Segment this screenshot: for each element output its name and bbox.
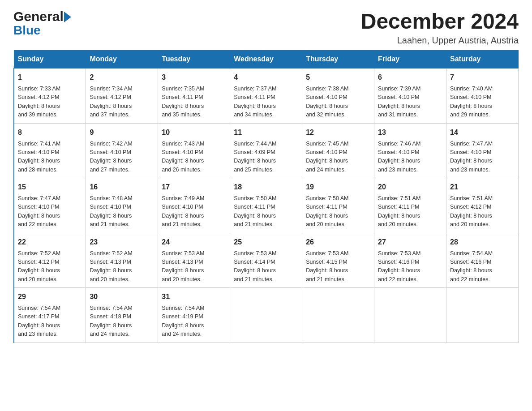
day-info: Sunrise: 7:53 AM Sunset: 4:14 PM Dayligh… (234, 249, 298, 284)
calendar-day-cell: 26Sunrise: 7:53 AM Sunset: 4:15 PM Dayli… (302, 233, 374, 288)
day-info: Sunrise: 7:54 AM Sunset: 4:19 PM Dayligh… (162, 304, 226, 339)
day-number: 2 (90, 72, 154, 83)
calendar-day-cell: 13Sunrise: 7:46 AM Sunset: 4:10 PM Dayli… (374, 123, 446, 178)
calendar-day-cell: 18Sunrise: 7:50 AM Sunset: 4:11 PM Dayli… (230, 178, 302, 233)
day-info: Sunrise: 7:48 AM Sunset: 4:10 PM Dayligh… (90, 194, 154, 229)
calendar-day-cell: 22Sunrise: 7:52 AM Sunset: 4:12 PM Dayli… (14, 233, 86, 288)
day-number: 15 (18, 182, 82, 193)
day-info: Sunrise: 7:49 AM Sunset: 4:10 PM Dayligh… (162, 194, 226, 229)
logo-chevron-icon (64, 12, 71, 22)
day-info: Sunrise: 7:54 AM Sunset: 4:17 PM Dayligh… (18, 304, 82, 339)
weekday-header-thursday: Thursday (302, 51, 374, 68)
calendar-day-cell: 21Sunrise: 7:51 AM Sunset: 4:12 PM Dayli… (446, 178, 519, 233)
day-info: Sunrise: 7:35 AM Sunset: 4:11 PM Dayligh… (162, 85, 226, 120)
calendar-day-cell: 25Sunrise: 7:53 AM Sunset: 4:14 PM Dayli… (230, 233, 302, 288)
calendar-table: SundayMondayTuesdayWednesdayThursdayFrid… (13, 50, 519, 343)
calendar-week-row: 1Sunrise: 7:33 AM Sunset: 4:12 PM Daylig… (14, 68, 519, 123)
day-number: 5 (306, 72, 370, 83)
calendar-day-cell: 17Sunrise: 7:49 AM Sunset: 4:10 PM Dayli… (158, 178, 230, 233)
day-number: 28 (450, 237, 515, 248)
weekday-header-wednesday: Wednesday (230, 51, 302, 68)
day-info: Sunrise: 7:38 AM Sunset: 4:10 PM Dayligh… (306, 85, 370, 120)
day-number: 29 (18, 291, 82, 302)
calendar-empty-cell (446, 288, 519, 343)
day-number: 12 (306, 127, 370, 138)
day-number: 1 (18, 72, 82, 83)
calendar-week-row: 22Sunrise: 7:52 AM Sunset: 4:12 PM Dayli… (14, 233, 519, 288)
calendar-day-cell: 8Sunrise: 7:41 AM Sunset: 4:10 PM Daylig… (14, 123, 86, 178)
day-number: 3 (162, 72, 226, 83)
calendar-day-cell: 20Sunrise: 7:51 AM Sunset: 4:11 PM Dayli… (374, 178, 446, 233)
calendar-day-cell: 5Sunrise: 7:38 AM Sunset: 4:10 PM Daylig… (302, 68, 374, 123)
calendar-day-cell: 15Sunrise: 7:47 AM Sunset: 4:10 PM Dayli… (14, 178, 86, 233)
weekday-header-friday: Friday (374, 51, 446, 68)
calendar-day-cell: 7Sunrise: 7:40 AM Sunset: 4:10 PM Daylig… (446, 68, 519, 123)
calendar-day-cell: 28Sunrise: 7:54 AM Sunset: 4:16 PM Dayli… (446, 233, 519, 288)
day-number: 31 (162, 291, 226, 302)
day-number: 24 (162, 237, 226, 248)
day-info: Sunrise: 7:39 AM Sunset: 4:10 PM Dayligh… (378, 85, 442, 120)
weekday-header-saturday: Saturday (446, 51, 519, 68)
day-info: Sunrise: 7:50 AM Sunset: 4:11 PM Dayligh… (306, 194, 370, 229)
day-number: 13 (378, 127, 442, 138)
day-info: Sunrise: 7:50 AM Sunset: 4:11 PM Dayligh… (234, 194, 298, 229)
day-info: Sunrise: 7:51 AM Sunset: 4:11 PM Dayligh… (378, 194, 442, 229)
calendar-empty-cell (374, 288, 446, 343)
day-number: 11 (234, 127, 298, 138)
day-info: Sunrise: 7:45 AM Sunset: 4:10 PM Dayligh… (306, 140, 370, 175)
month-year-title: December 2024 (361, 9, 519, 34)
day-number: 14 (450, 127, 515, 138)
day-info: Sunrise: 7:40 AM Sunset: 4:10 PM Dayligh… (450, 85, 515, 120)
day-number: 25 (234, 237, 298, 248)
calendar-day-cell: 12Sunrise: 7:45 AM Sunset: 4:10 PM Dayli… (302, 123, 374, 178)
calendar-empty-cell (302, 288, 374, 343)
day-number: 21 (450, 182, 515, 193)
logo-blue-text: Blue (13, 24, 71, 38)
day-number: 9 (90, 127, 154, 138)
day-info: Sunrise: 7:54 AM Sunset: 4:18 PM Dayligh… (90, 304, 154, 339)
calendar-week-row: 15Sunrise: 7:47 AM Sunset: 4:10 PM Dayli… (14, 178, 519, 233)
logo-general-text: General (13, 9, 64, 24)
day-info: Sunrise: 7:42 AM Sunset: 4:10 PM Dayligh… (90, 140, 154, 175)
calendar-empty-cell (230, 288, 302, 343)
calendar-day-cell: 3Sunrise: 7:35 AM Sunset: 4:11 PM Daylig… (158, 68, 230, 123)
day-info: Sunrise: 7:46 AM Sunset: 4:10 PM Dayligh… (378, 140, 442, 175)
calendar-day-cell: 1Sunrise: 7:33 AM Sunset: 4:12 PM Daylig… (14, 68, 86, 123)
day-info: Sunrise: 7:53 AM Sunset: 4:16 PM Dayligh… (378, 249, 442, 284)
calendar-week-row: 8Sunrise: 7:41 AM Sunset: 4:10 PM Daylig… (14, 123, 519, 178)
calendar-day-cell: 11Sunrise: 7:44 AM Sunset: 4:09 PM Dayli… (230, 123, 302, 178)
day-info: Sunrise: 7:43 AM Sunset: 4:10 PM Dayligh… (162, 140, 226, 175)
day-info: Sunrise: 7:53 AM Sunset: 4:13 PM Dayligh… (162, 249, 226, 284)
day-info: Sunrise: 7:52 AM Sunset: 4:13 PM Dayligh… (90, 249, 154, 284)
calendar-day-cell: 2Sunrise: 7:34 AM Sunset: 4:12 PM Daylig… (86, 68, 158, 123)
weekday-header-sunday: Sunday (14, 51, 86, 68)
weekday-header-tuesday: Tuesday (158, 51, 230, 68)
day-number: 17 (162, 182, 226, 193)
location-subtitle: Laahen, Upper Austria, Austria (361, 35, 519, 46)
calendar-day-cell: 24Sunrise: 7:53 AM Sunset: 4:13 PM Dayli… (158, 233, 230, 288)
calendar-day-cell: 27Sunrise: 7:53 AM Sunset: 4:16 PM Dayli… (374, 233, 446, 288)
calendar-week-row: 29Sunrise: 7:54 AM Sunset: 4:17 PM Dayli… (14, 288, 519, 343)
calendar-day-cell: 29Sunrise: 7:54 AM Sunset: 4:17 PM Dayli… (14, 288, 86, 343)
day-number: 27 (378, 237, 442, 248)
day-info: Sunrise: 7:52 AM Sunset: 4:12 PM Dayligh… (18, 249, 82, 284)
day-number: 20 (378, 182, 442, 193)
calendar-day-cell: 30Sunrise: 7:54 AM Sunset: 4:18 PM Dayli… (86, 288, 158, 343)
day-number: 8 (18, 127, 82, 138)
calendar-day-cell: 23Sunrise: 7:52 AM Sunset: 4:13 PM Dayli… (86, 233, 158, 288)
day-number: 7 (450, 72, 515, 83)
day-info: Sunrise: 7:53 AM Sunset: 4:15 PM Dayligh… (306, 249, 370, 284)
calendar-day-cell: 4Sunrise: 7:37 AM Sunset: 4:11 PM Daylig… (230, 68, 302, 123)
day-info: Sunrise: 7:41 AM Sunset: 4:10 PM Dayligh… (18, 140, 82, 175)
day-number: 30 (90, 291, 154, 302)
day-info: Sunrise: 7:47 AM Sunset: 4:10 PM Dayligh… (450, 140, 515, 175)
weekday-header-row: SundayMondayTuesdayWednesdayThursdayFrid… (14, 51, 519, 68)
day-number: 16 (90, 182, 154, 193)
day-info: Sunrise: 7:54 AM Sunset: 4:16 PM Dayligh… (450, 249, 515, 284)
day-info: Sunrise: 7:44 AM Sunset: 4:09 PM Dayligh… (234, 140, 298, 175)
day-number: 18 (234, 182, 298, 193)
day-number: 4 (234, 72, 298, 83)
day-number: 26 (306, 237, 370, 248)
day-info: Sunrise: 7:34 AM Sunset: 4:12 PM Dayligh… (90, 85, 154, 120)
calendar-day-cell: 10Sunrise: 7:43 AM Sunset: 4:10 PM Dayli… (158, 123, 230, 178)
